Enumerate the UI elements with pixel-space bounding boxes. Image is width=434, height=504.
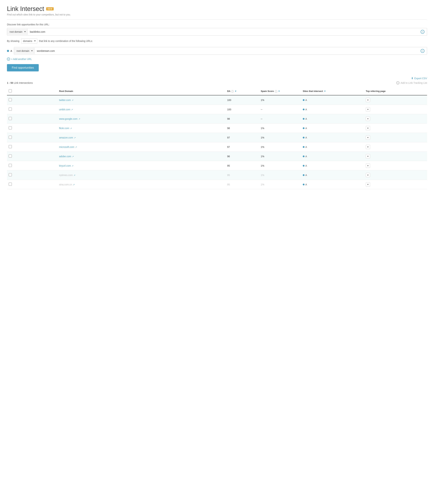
intersect-dot-circle-7 — [303, 165, 304, 167]
intersect-cell-5: A — [301, 142, 364, 152]
top-ref-dropdown-6[interactable]: ▾ — [366, 154, 370, 158]
domain-link-3[interactable]: flickr.com ↗ — [59, 127, 72, 130]
discover-label: Discover link opportunities for this URL… — [7, 23, 427, 26]
row-checkbox-cell[interactable] — [7, 114, 57, 124]
top-ref-dropdown-0[interactable]: ▾ — [366, 98, 370, 102]
row-checkbox-cell[interactable] — [7, 152, 57, 161]
da-sort-icon[interactable]: ▾ — [235, 90, 236, 92]
th-sites-intersect[interactable]: Sites that intersect ▾ — [301, 87, 364, 95]
row-checkbox-cell[interactable] — [7, 95, 57, 105]
da-cell-1: 100 — [225, 105, 259, 114]
da-info-icon[interactable]: i — [231, 90, 234, 93]
spam-cell-6: 1% — [259, 152, 301, 161]
row-checkbox-8[interactable] — [9, 173, 12, 176]
row-checkbox-1[interactable] — [9, 108, 12, 111]
row-checkbox-cell[interactable] — [7, 124, 57, 133]
intersect-dot-2: A — [303, 117, 307, 120]
domain-link-1[interactable]: umblr.com ↗ — [59, 108, 73, 111]
ext-link-icon: ↗ — [69, 127, 72, 130]
add-url-link[interactable]: + + Add another URL — [7, 57, 32, 61]
by-showing-select[interactable]: domains pages — [21, 38, 37, 44]
domain-cell: www.google.com ↗ — [57, 114, 225, 124]
domain-link-4[interactable]: amazon.com ↗ — [59, 136, 76, 139]
intersect-cell-3: A — [301, 124, 364, 133]
domain-link-0[interactable]: twitter.com ↗ — [59, 99, 73, 101]
export-csv-link[interactable]: ⬇ Export CSV — [411, 77, 427, 80]
row-checkbox-cell[interactable] — [7, 105, 57, 114]
row-checkbox-7[interactable] — [9, 164, 12, 167]
new-badge: NEW — [46, 7, 54, 10]
table-body: twitter.com ↗ 100 1% A ▾ umblr.com ↗ 100… — [7, 95, 427, 189]
da-cell-5: 97 — [225, 142, 259, 152]
by-showing-row: By showing domains pages that link to an… — [7, 38, 427, 44]
domain-link-7[interactable]: tinyurl.com ↗ — [59, 164, 73, 167]
domain-link-5[interactable]: microsoft.com ↗ — [59, 146, 77, 148]
ext-link-icon: ↗ — [71, 99, 73, 101]
row-checkbox-cell[interactable] — [7, 133, 57, 142]
row-checkbox-3[interactable] — [9, 126, 12, 129]
table-row: adobe.com ↗ 96 1% A ▾ — [7, 152, 427, 161]
row-checkbox-6[interactable] — [9, 154, 12, 158]
th-da[interactable]: DA i ▾ — [225, 87, 259, 95]
competitor-url-row-a: root domain exact page subdomain × — [14, 47, 427, 55]
intersect-cell-4: A — [301, 133, 364, 142]
da-cell-3: 98 — [225, 124, 259, 133]
spam-info-icon[interactable]: i — [275, 90, 277, 93]
row-checkbox-cell[interactable] — [7, 171, 57, 180]
find-opportunities-section: Find opportunities — [7, 64, 427, 77]
top-ref-dropdown-2[interactable]: ▾ — [366, 117, 370, 121]
row-checkbox-4[interactable] — [9, 136, 12, 139]
ext-link-icon: ↗ — [78, 118, 80, 120]
export-icon: ⬇ — [411, 77, 413, 80]
intersect-cell-7: A — [301, 161, 364, 171]
main-url-input[interactable] — [27, 29, 418, 35]
page-header: Link Intersect NEW Find out which sites … — [7, 5, 427, 16]
top-ref-dropdown-9[interactable]: ▾ — [366, 182, 370, 187]
spam-cell-0: 1% — [259, 95, 301, 105]
intersect-dot-circle-5 — [303, 146, 304, 148]
row-checkbox-cell[interactable] — [7, 180, 57, 189]
row-checkbox-2[interactable] — [9, 117, 12, 120]
top-ref-dropdown-7[interactable]: ▾ — [366, 163, 370, 168]
ext-link-icon: ↗ — [75, 146, 77, 148]
domain-link-9[interactable]: sina.com.cn ↗ — [59, 183, 75, 186]
intersect-dot-9: A — [303, 183, 307, 186]
competitor-select-a[interactable]: root domain exact page subdomain — [14, 48, 34, 54]
domain-link-2[interactable]: www.google.com ↗ — [59, 117, 80, 120]
by-showing-prefix: By showing — [7, 40, 19, 42]
top-ref-dropdown-4[interactable]: ▾ — [366, 135, 370, 140]
table-row: www.google.com ↗ 98 -- A ▾ — [7, 114, 427, 124]
main-url-select[interactable]: root domain exact page subdomain — [7, 29, 27, 35]
spam-sort-icon[interactable]: ▾ — [278, 90, 280, 92]
add-tracking-link[interactable]: + Add to Link Tracking List — [396, 81, 427, 84]
table-header: Root Domain DA i ▾ Spam Score i ▾ Sites … — [7, 87, 427, 95]
domain-link-8[interactable]: nytimes.com ↗ — [59, 174, 75, 177]
intersect-dot-6: A — [303, 155, 307, 158]
sites-sort-icon[interactable]: ▾ — [324, 90, 326, 92]
da-cell-0: 100 — [225, 95, 259, 105]
dot-a — [7, 50, 9, 52]
top-ref-dropdown-1[interactable]: ▾ — [366, 107, 370, 112]
spam-cell-3: 1% — [259, 124, 301, 133]
main-url-clear-button[interactable]: × — [418, 28, 427, 36]
row-checkbox-0[interactable] — [9, 98, 12, 101]
domain-link-6[interactable]: adobe.com ↗ — [59, 155, 74, 158]
find-opportunities-button[interactable]: Find opportunities — [7, 64, 39, 72]
top-ref-dropdown-5[interactable]: ▾ — [366, 145, 370, 149]
top-ref-dropdown-3[interactable]: ▾ — [366, 126, 370, 130]
competitor-clear-button-a[interactable]: × — [418, 47, 427, 54]
clear-icon: × — [421, 30, 425, 34]
th-spam-score[interactable]: Spam Score i ▾ — [259, 87, 301, 95]
row-checkbox-cell[interactable] — [7, 142, 57, 152]
row-checkbox-cell[interactable] — [7, 161, 57, 171]
top-ref-dropdown-8[interactable]: ▾ — [366, 173, 370, 177]
competitor-input-a[interactable] — [34, 48, 418, 54]
by-showing-suffix: that link to any combination of the foll… — [39, 40, 93, 42]
ext-link-icon: ↗ — [71, 165, 73, 167]
results-header: ⬇ Export CSV — [7, 77, 427, 80]
select-all-checkbox[interactable] — [9, 89, 12, 92]
th-select-all[interactable] — [7, 87, 57, 95]
row-checkbox-9[interactable] — [9, 183, 12, 186]
table-row: twitter.com ↗ 100 1% A ▾ — [7, 95, 427, 105]
row-checkbox-5[interactable] — [9, 145, 12, 148]
